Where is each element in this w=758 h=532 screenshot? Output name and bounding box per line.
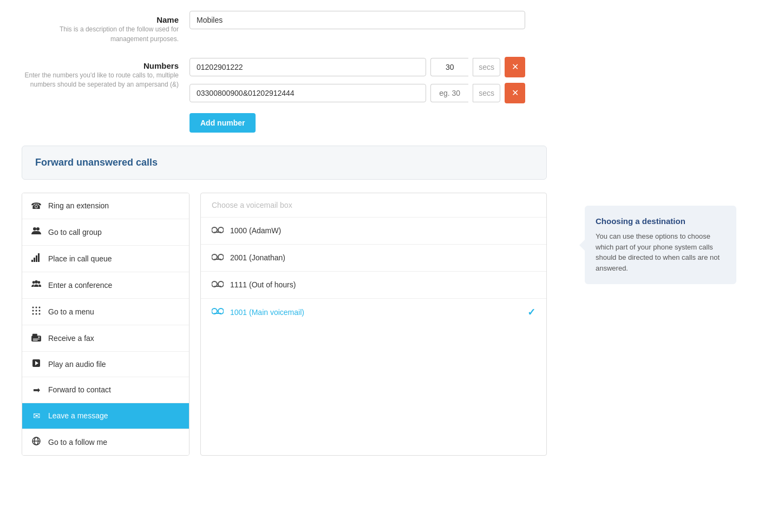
menu-label-call-queue: Place in call queue [48, 254, 112, 263]
left-panel: ☎ Ring an extension Go to call group [22, 193, 190, 456]
menu-label-follow-me: Go to a follow me [48, 438, 107, 446]
svg-rect-20 [38, 337, 40, 338]
svg-point-15 [32, 313, 34, 314]
destination-wrapper: ☎ Ring an extension Go to call group [22, 193, 547, 456]
voicemail-item-2001[interactable]: 2001 (Jonathan) [201, 245, 546, 272]
svg-rect-33 [214, 259, 221, 260]
menu-item-play-audio[interactable]: Play an audio file [22, 352, 189, 377]
menu-item-leave-message[interactable]: ✉ Leave a message [22, 403, 189, 429]
play-icon [31, 359, 42, 369]
voicemail-item-1000[interactable]: 1000 (AdamW) [201, 218, 546, 245]
menu-item-ring-extension[interactable]: ☎ Ring an extension [22, 193, 189, 219]
svg-rect-2 [31, 260, 33, 262]
forward-section-panel: Forward unanswered calls [22, 146, 547, 180]
menu-label-call-group: Go to call group [48, 228, 102, 237]
svg-rect-30 [214, 232, 221, 233]
menu-label-receive-fax: Receive a fax [48, 334, 94, 343]
svg-point-16 [36, 313, 37, 314]
secs-label-0: secs [473, 58, 500, 76]
menu-label-go-to-menu: Go to a menu [48, 307, 94, 316]
number-row-1: secs ✕ [190, 83, 525, 103]
svg-rect-36 [214, 286, 221, 287]
svg-rect-21 [33, 338, 40, 339]
info-box: Choosing a destination You can use these… [585, 206, 736, 284]
svg-point-8 [37, 281, 40, 284]
secs-input-1[interactable] [430, 84, 468, 102]
name-input[interactable] [190, 11, 525, 29]
globe-icon [31, 437, 42, 448]
svg-rect-22 [33, 339, 38, 340]
menu-item-conference[interactable]: Enter a conference [22, 272, 189, 299]
voicemail-label-1000: 1000 (AdamW) [230, 226, 281, 235]
add-number-button[interactable]: Add number [190, 113, 256, 133]
voicemail-label-1111: 1111 (Out of hours) [230, 280, 296, 289]
number-input-1[interactable] [190, 84, 426, 102]
svg-point-9 [32, 306, 34, 308]
menu-item-follow-me[interactable]: Go to a follow me [22, 429, 189, 455]
right-panel-header: Choose a voicemail box [201, 193, 546, 218]
numbers-label: Numbers [22, 61, 179, 70]
voicemail-item-left-1111: 1111 (Out of hours) [212, 279, 296, 291]
menu-label-ring-extension: Ring an extension [48, 201, 109, 210]
phone-icon: ☎ [31, 201, 42, 211]
numbers-input-col: secs ✕ secs ✕ Add number [190, 57, 525, 133]
menu-item-call-group[interactable]: Go to call group [22, 219, 189, 246]
call-queue-icon [31, 253, 42, 264]
svg-rect-19 [32, 333, 37, 336]
forward-icon: ➡ [31, 385, 42, 395]
name-label: Name [22, 15, 179, 24]
number-row-0: secs ✕ [190, 57, 525, 77]
info-box-title: Choosing a destination [596, 216, 726, 226]
svg-point-0 [33, 227, 36, 231]
svg-point-7 [35, 280, 38, 284]
svg-point-11 [39, 306, 41, 308]
svg-point-13 [36, 310, 37, 311]
number-input-0[interactable] [190, 58, 426, 76]
call-group-icon [31, 227, 42, 238]
check-icon-1001: ✓ [527, 306, 535, 318]
voicemail-item-1111[interactable]: 1111 (Out of hours) [201, 272, 546, 299]
svg-point-17 [39, 313, 41, 314]
svg-rect-4 [36, 255, 37, 262]
name-input-col [190, 11, 525, 29]
menu-label-conference: Enter a conference [48, 281, 112, 290]
dots-grid-icon [31, 306, 42, 317]
svg-point-6 [32, 281, 35, 284]
numbers-label-col: Numbers Enter the numbers you'd like to … [22, 57, 190, 90]
right-panel: Choose a voicemail box 1000 (AdamW) [200, 193, 547, 456]
info-box-text: You can use these options to choose whic… [596, 231, 726, 273]
voicemail-item-left-2001: 2001 (Jonathan) [212, 252, 285, 264]
svg-rect-39 [214, 313, 221, 314]
name-label-col: Name This is a description of the follow… [22, 11, 190, 44]
voicemail-item-left-1000: 1000 (AdamW) [212, 225, 281, 237]
voicemail-icon-1000 [212, 225, 224, 237]
voicemail-label-1001: 1001 (Main voicemail) [230, 308, 304, 317]
remove-button-0[interactable]: ✕ [505, 57, 525, 77]
svg-rect-5 [38, 253, 40, 262]
voicemail-icon-1001 [212, 306, 224, 318]
conference-icon [31, 280, 42, 291]
menu-item-receive-fax[interactable]: Receive a fax [22, 325, 189, 352]
name-description: This is a description of the follow used… [60, 25, 179, 43]
remove-button-1[interactable]: ✕ [505, 83, 525, 103]
forward-section-title: Forward unanswered calls [35, 157, 533, 168]
menu-item-call-queue[interactable]: Place in call queue [22, 246, 189, 272]
numbers-description: Enter the numbers you'd like to route ca… [25, 71, 179, 89]
menu-item-forward-contact[interactable]: ➡ Forward to contact [22, 377, 189, 403]
menu-label-forward-contact: Forward to contact [48, 385, 111, 394]
menu-label-play-audio: Play an audio file [48, 360, 106, 369]
svg-point-12 [32, 310, 34, 311]
menu-label-leave-message: Leave a message [48, 411, 108, 420]
secs-label-1: secs [473, 84, 500, 102]
message-icon: ✉ [31, 411, 42, 421]
voicemail-icon-2001 [212, 252, 224, 264]
menu-item-go-to-menu[interactable]: Go to a menu [22, 299, 189, 325]
voicemail-label-2001: 2001 (Jonathan) [230, 253, 285, 262]
voicemail-item-1001[interactable]: 1001 (Main voicemail) ✓ [201, 299, 546, 326]
secs-input-0[interactable] [430, 58, 468, 76]
fax-icon [31, 333, 42, 344]
svg-point-1 [36, 227, 40, 231]
svg-point-10 [36, 306, 37, 308]
svg-point-14 [39, 310, 41, 311]
svg-rect-3 [34, 258, 35, 262]
